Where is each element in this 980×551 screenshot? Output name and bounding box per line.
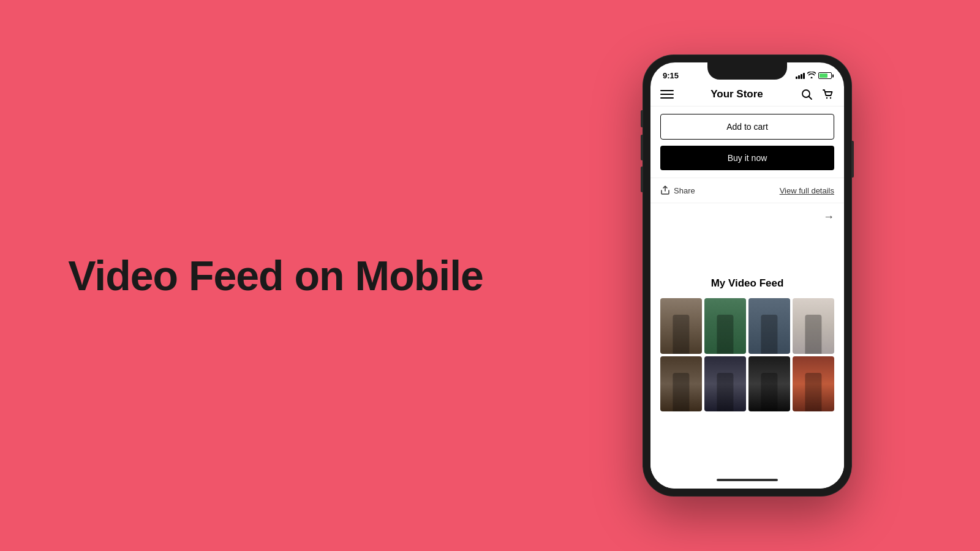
signal-icon [796, 73, 805, 79]
store-title: Your Store [710, 88, 763, 100]
video-grid [660, 298, 834, 411]
phone-volume-up-button [641, 135, 643, 160]
video-thumbnail-2[interactable] [704, 298, 746, 354]
signal-bar-3 [801, 74, 802, 79]
video-thumbnail-8[interactable] [793, 356, 834, 412]
video-thumbnail-5[interactable] [660, 356, 702, 412]
navigation-bar: Your Store [650, 83, 844, 107]
battery-fill [820, 73, 827, 78]
menu-line-1 [660, 90, 674, 91]
svg-line-1 [809, 97, 812, 100]
phone-mute-button [641, 110, 643, 127]
right-section: 9:15 [551, 43, 980, 508]
hamburger-menu-icon[interactable] [660, 90, 674, 99]
hero-heading: Video Feed on Mobile [68, 253, 483, 299]
svg-point-2 [826, 97, 827, 99]
view-full-details-link[interactable]: View full details [780, 186, 834, 195]
wifi-icon [807, 72, 816, 80]
nav-right-icons [800, 88, 834, 101]
add-to-cart-button[interactable]: Add to cart [660, 114, 834, 140]
phone-screen: 9:15 [650, 62, 844, 489]
product-actions: Add to cart Buy it now [650, 107, 844, 178]
buy-now-button[interactable]: Buy it now [660, 146, 834, 170]
menu-line-3 [660, 97, 674, 99]
video-thumbnail-1[interactable] [660, 298, 702, 354]
video-feed-section: My Video Feed [650, 268, 844, 421]
next-arrow[interactable]: → [650, 203, 844, 231]
video-thumbnail-7[interactable] [748, 356, 790, 412]
share-label: Share [674, 186, 695, 195]
phone-power-button [851, 141, 854, 178]
video-feed-title: My Video Feed [660, 277, 834, 290]
battery-icon [818, 72, 832, 79]
signal-bar-2 [798, 75, 800, 79]
phone-content: Add to cart Buy it now Share View full d… [650, 107, 844, 471]
video-thumbnail-6[interactable] [704, 356, 746, 412]
phone-notch [707, 62, 787, 80]
home-bar [717, 479, 778, 481]
status-icons [796, 72, 832, 80]
signal-bar-4 [803, 73, 805, 79]
status-time: 9:15 [663, 71, 679, 80]
share-button[interactable]: Share [660, 186, 695, 195]
signal-bar-1 [796, 77, 797, 79]
left-section: Video Feed on Mobile [0, 228, 551, 323]
phone-frame: 9:15 [643, 55, 851, 496]
content-spacer [650, 231, 844, 268]
cart-icon[interactable] [821, 88, 834, 101]
home-indicator [650, 471, 844, 489]
share-row: Share View full details [650, 178, 844, 203]
phone-volume-down-button [641, 167, 643, 192]
search-icon[interactable] [800, 88, 813, 101]
video-thumbnail-4[interactable] [793, 298, 834, 354]
menu-line-2 [660, 94, 674, 95]
video-thumbnail-3[interactable] [748, 298, 790, 354]
arrow-right-icon: → [823, 211, 834, 223]
svg-point-3 [830, 97, 831, 99]
